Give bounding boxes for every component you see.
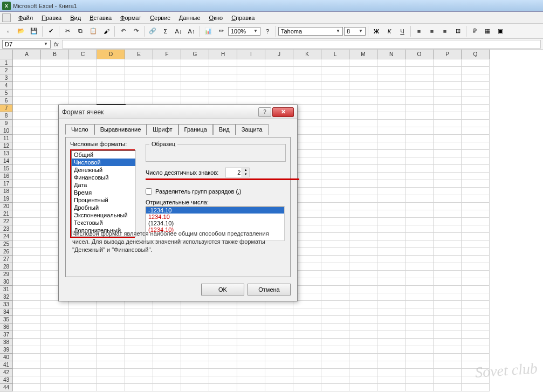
cell[interactable] — [97, 97, 125, 105]
cell[interactable] — [462, 248, 490, 256]
cell[interactable] — [209, 361, 237, 369]
cell[interactable] — [209, 74, 237, 82]
cell[interactable] — [462, 165, 490, 173]
cell[interactable] — [69, 308, 97, 316]
paste-icon[interactable]: 📋 — [87, 25, 99, 37]
cell[interactable] — [462, 218, 490, 225]
cell[interactable] — [462, 173, 490, 180]
cell[interactable] — [405, 278, 434, 286]
cell[interactable] — [41, 59, 69, 67]
cell[interactable] — [349, 135, 377, 142]
cell[interactable] — [209, 59, 237, 67]
cell[interactable] — [434, 256, 462, 263]
cell[interactable] — [377, 112, 405, 120]
cell[interactable] — [97, 331, 125, 339]
cell[interactable] — [69, 74, 97, 82]
cell[interactable] — [181, 339, 209, 346]
cell[interactable] — [125, 331, 153, 339]
cell[interactable] — [405, 165, 434, 173]
cell[interactable] — [321, 293, 349, 301]
menu-справка[interactable]: Справка — [227, 13, 259, 22]
cell[interactable] — [69, 384, 97, 391]
cell[interactable] — [405, 120, 434, 127]
cell[interactable] — [349, 218, 377, 225]
cell[interactable] — [434, 316, 462, 324]
row-header[interactable]: 14 — [0, 157, 13, 165]
cell[interactable] — [293, 331, 321, 339]
cell[interactable] — [434, 376, 462, 384]
thousands-separator-checkbox[interactable] — [146, 188, 152, 195]
cell[interactable] — [349, 331, 377, 339]
undo-icon[interactable]: ↶ — [117, 25, 129, 37]
cell[interactable] — [462, 286, 490, 293]
cell[interactable] — [265, 361, 293, 369]
cell[interactable] — [434, 142, 462, 150]
cell[interactable] — [41, 324, 69, 331]
row-header[interactable]: 6 — [0, 97, 13, 105]
cell[interactable] — [321, 301, 349, 308]
cell[interactable] — [434, 82, 462, 90]
cell[interactable] — [377, 248, 405, 256]
cell[interactable] — [41, 74, 69, 82]
format-item[interactable]: Числовой — [72, 159, 135, 166]
cell[interactable] — [321, 346, 349, 354]
cell[interactable] — [153, 90, 181, 97]
select-all-corner[interactable] — [0, 50, 13, 59]
cell[interactable] — [97, 339, 125, 346]
cell[interactable] — [181, 97, 209, 105]
cell[interactable] — [377, 324, 405, 331]
cell[interactable] — [321, 248, 349, 256]
cell[interactable] — [434, 210, 462, 218]
cell[interactable] — [293, 361, 321, 369]
cell[interactable] — [462, 97, 490, 105]
cell[interactable] — [41, 308, 69, 316]
cell[interactable] — [13, 248, 41, 256]
cell[interactable] — [209, 67, 237, 74]
col-header[interactable]: E — [125, 50, 153, 59]
col-header[interactable]: D — [97, 50, 125, 59]
row-header[interactable]: 3 — [0, 74, 13, 82]
cell[interactable] — [237, 82, 265, 90]
cell[interactable] — [13, 210, 41, 218]
cell[interactable] — [405, 256, 434, 263]
cell[interactable] — [13, 384, 41, 391]
cell[interactable] — [69, 67, 97, 74]
cell[interactable] — [13, 67, 41, 74]
cell[interactable] — [349, 90, 377, 97]
cell[interactable] — [209, 384, 237, 391]
row-header[interactable]: 18 — [0, 188, 13, 195]
row-header[interactable]: 37 — [0, 331, 13, 339]
italic-button[interactable]: К — [383, 25, 395, 37]
cell[interactable] — [13, 256, 41, 263]
cell[interactable] — [181, 384, 209, 391]
cell[interactable] — [377, 263, 405, 271]
cell[interactable] — [13, 82, 41, 90]
cell[interactable] — [153, 324, 181, 331]
menu-вставка[interactable]: Вставка — [85, 13, 116, 22]
cell[interactable] — [405, 127, 434, 135]
open-icon[interactable]: 📂 — [15, 25, 27, 37]
cell[interactable] — [462, 180, 490, 188]
save-icon[interactable]: 💾 — [28, 25, 40, 37]
row-header[interactable]: 44 — [0, 384, 13, 391]
cell[interactable] — [377, 188, 405, 195]
cell[interactable] — [377, 384, 405, 391]
cell[interactable] — [462, 188, 490, 195]
cell[interactable] — [377, 346, 405, 354]
cell[interactable] — [377, 293, 405, 301]
row-header[interactable]: 25 — [0, 240, 13, 248]
menu-файл[interactable]: Файл — [14, 13, 37, 22]
cell[interactable] — [405, 135, 434, 142]
cell[interactable] — [434, 278, 462, 286]
cell[interactable] — [377, 361, 405, 369]
cell[interactable] — [349, 127, 377, 135]
cell[interactable] — [237, 74, 265, 82]
cell[interactable] — [349, 120, 377, 127]
merge-icon[interactable]: ⊞ — [452, 25, 464, 37]
cell[interactable] — [321, 278, 349, 286]
cell[interactable] — [321, 173, 349, 180]
row-header[interactable]: 34 — [0, 308, 13, 316]
cell[interactable] — [349, 384, 377, 391]
cell[interactable] — [349, 293, 377, 301]
cell[interactable] — [377, 180, 405, 188]
